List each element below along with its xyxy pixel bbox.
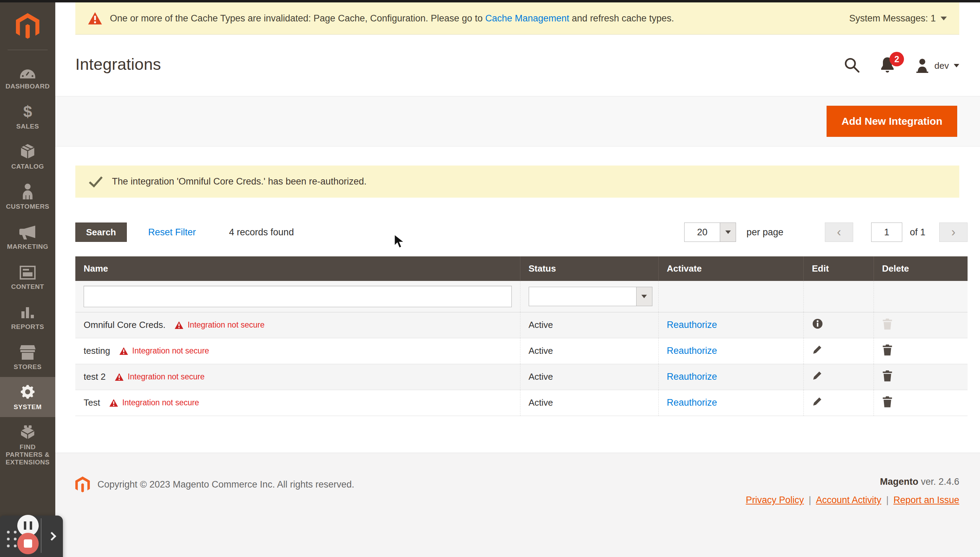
grid-filter-row xyxy=(75,281,967,312)
edit-pencil-icon[interactable] xyxy=(812,396,822,407)
sidebar-item-sales[interactable]: $ SALES xyxy=(0,96,55,137)
user-account-menu[interactable]: dev xyxy=(915,59,959,73)
sidebar-item-stores[interactable]: STORES xyxy=(0,337,55,377)
user-avatar-icon xyxy=(915,59,930,73)
integration-name: Omniful Core Creds. xyxy=(84,319,166,330)
edit-pencil-icon[interactable] xyxy=(812,370,822,381)
table-row: testing Integration not secure Active Re… xyxy=(75,338,967,364)
marketing-icon xyxy=(2,224,54,239)
search-icon[interactable] xyxy=(844,57,860,74)
account-activity-link[interactable]: Account Activity xyxy=(816,495,881,505)
expand-chevron-icon[interactable] xyxy=(45,528,59,544)
drag-handle[interactable] xyxy=(7,531,16,547)
next-page-button[interactable]: › xyxy=(939,223,967,242)
table-row: Test Integration not secure Active Reaut… xyxy=(75,390,967,416)
sidebar-item-label: MARKETING xyxy=(2,243,54,251)
select-arrow xyxy=(720,223,736,241)
banner-message: One or more of the Cache Types are inval… xyxy=(110,13,674,24)
system-messages-toggle[interactable]: System Messages: 1 xyxy=(849,13,947,24)
integration-name: test 2 xyxy=(84,371,106,382)
report-issue-link[interactable]: Report an Issue xyxy=(893,495,959,505)
sidebar-item-content[interactable]: CONTENT xyxy=(0,257,55,297)
chevron-down-icon xyxy=(954,64,959,67)
sidebar-item-label: STORES xyxy=(2,363,54,371)
sidebar-item-reports[interactable]: REPORTS xyxy=(0,297,55,337)
warning-icon xyxy=(109,399,118,407)
username: dev xyxy=(934,60,949,71)
column-header-delete: Delete xyxy=(874,256,967,281)
records-found: 4 records found xyxy=(229,227,294,238)
chevron-down-icon xyxy=(941,16,947,20)
warning-icon xyxy=(88,12,102,25)
status-value: Active xyxy=(520,338,658,364)
admin-footer: Copyright © 2023 Magento Commerce Inc. A… xyxy=(55,453,980,557)
edit-pencil-icon[interactable] xyxy=(812,345,822,355)
integrations-grid: Name Status Activate Edit Delete xyxy=(75,256,967,416)
dashboard-icon xyxy=(2,64,54,79)
sidebar-item-label: REPORTS xyxy=(2,323,54,331)
customers-icon xyxy=(2,184,54,199)
sidebar-item-label: DASHBOARD xyxy=(2,83,54,90)
status-filter-select[interactable] xyxy=(529,287,653,306)
per-page-select[interactable]: 20 xyxy=(684,223,736,242)
reauthorize-link[interactable]: Reauthorize xyxy=(667,397,717,408)
catalog-icon xyxy=(2,144,54,159)
sidebar-item-find-partners[interactable]: FIND PARTNERS & EXTENSIONS xyxy=(0,417,55,472)
warning-icon xyxy=(119,347,128,355)
window-top-edge xyxy=(0,0,980,2)
magento-logo[interactable] xyxy=(14,13,41,39)
sidebar-item-catalog[interactable]: CATALOG xyxy=(0,137,55,177)
sidebar-item-system[interactable]: SYSTEM xyxy=(0,377,55,417)
sidebar-divider xyxy=(8,50,48,50)
column-header-activate[interactable]: Activate xyxy=(658,256,803,281)
stores-icon xyxy=(2,345,54,360)
reset-filter-link[interactable]: Reset Filter xyxy=(148,227,196,238)
previous-page-button[interactable]: ‹ xyxy=(825,223,853,242)
delete-trash-icon[interactable] xyxy=(882,344,892,355)
delete-trash-icon[interactable] xyxy=(882,396,892,407)
column-header-status[interactable]: Status xyxy=(520,256,658,281)
page-count-label: of 1 xyxy=(910,227,925,238)
extensions-brick-icon xyxy=(2,425,54,440)
success-message: The integration 'Omniful Core Creds.' ha… xyxy=(112,176,366,187)
add-new-integration-button[interactable]: Add New Integration xyxy=(827,106,957,137)
warning-icon xyxy=(115,373,124,381)
table-row: Omniful Core Creds. Integration not secu… xyxy=(75,312,967,338)
sidebar-item-customers[interactable]: CUSTOMERS xyxy=(0,177,55,217)
privacy-policy-link[interactable]: Privacy Policy xyxy=(746,495,804,505)
sidebar-item-marketing[interactable]: MARKETING xyxy=(0,217,55,257)
search-button[interactable]: Search xyxy=(75,223,127,242)
status-value: Active xyxy=(520,364,658,390)
system-messages-banner: One or more of the Cache Types are inval… xyxy=(75,2,959,34)
cache-management-link[interactable]: Cache Management xyxy=(485,13,569,23)
per-page-label: per page xyxy=(746,227,783,238)
sidebar-item-label: CATALOG xyxy=(2,163,54,170)
screen-recorder-widget xyxy=(0,516,63,557)
delete-trash-icon[interactable] xyxy=(882,370,892,381)
grid-header-row: Name Status Activate Edit Delete xyxy=(75,256,967,281)
reauthorize-link[interactable]: Reauthorize xyxy=(667,319,717,330)
sidebar-item-dashboard[interactable]: DASHBOARD xyxy=(0,56,55,96)
check-icon xyxy=(88,176,103,187)
stop-recording-button[interactable] xyxy=(17,533,39,554)
integration-name: Test xyxy=(84,397,100,408)
sidebar-item-label: CONTENT xyxy=(2,283,54,291)
sidebar-item-label: CUSTOMERS xyxy=(2,203,54,210)
name-filter-input[interactable] xyxy=(84,286,512,307)
notifications-bell-icon[interactable]: 2 xyxy=(880,57,895,75)
current-page-input[interactable] xyxy=(871,223,902,242)
reauthorize-link[interactable]: Reauthorize xyxy=(667,345,717,356)
column-header-name[interactable]: Name xyxy=(75,256,520,281)
magento-version: Magento ver. 2.4.6 xyxy=(746,477,959,487)
notification-count-badge: 2 xyxy=(889,52,904,66)
info-icon[interactable] xyxy=(812,318,823,329)
not-secure-warning: Integration not secure xyxy=(119,346,209,355)
column-header-edit: Edit xyxy=(803,256,874,281)
recorder-divider xyxy=(41,518,41,553)
magento-footer-logo xyxy=(75,477,90,493)
not-secure-warning: Integration not secure xyxy=(174,320,264,330)
warning-icon xyxy=(174,321,184,329)
select-arrow xyxy=(636,287,652,306)
reauthorize-link[interactable]: Reauthorize xyxy=(667,371,717,382)
sidebar-item-label: SALES xyxy=(2,123,54,130)
